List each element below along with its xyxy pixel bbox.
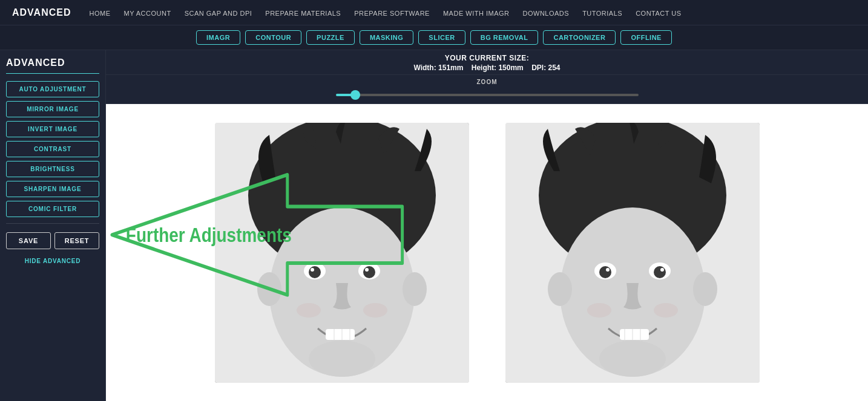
svg-rect-27 <box>620 329 649 340</box>
nav-link-home[interactable]: HOME <box>89 10 110 17</box>
dpi-label: DPI: <box>531 64 546 72</box>
tab-offline[interactable]: OFFLINE <box>620 30 672 45</box>
sidebar-btn-comic-filter[interactable]: COMIC FILTER <box>6 201 99 217</box>
tab-bg-removal[interactable]: BG REMOVAL <box>470 30 539 45</box>
size-values: Width: 151mm Height: 150mm DPI: 254 <box>106 64 868 72</box>
image-right <box>505 123 760 383</box>
sidebar: ADVANCED AUTO ADJUSTMENTMIRROR IMAGEINVE… <box>0 50 106 401</box>
content-area: YOUR CURRENT SIZE: Width: 151mm Height: … <box>106 50 868 401</box>
sidebar-btn-invert-image[interactable]: INVERT IMAGE <box>6 121 99 137</box>
nav-link-contact[interactable]: CONTACT US <box>636 10 682 17</box>
image-left <box>215 123 469 383</box>
image-pair <box>106 104 868 401</box>
sidebar-btn-sharpen-image[interactable]: SHARPEN IMAGE <box>6 181 99 197</box>
size-title: YOUR CURRENT SIZE: <box>106 54 868 62</box>
svg-point-6 <box>363 266 375 278</box>
svg-point-14 <box>363 303 387 318</box>
svg-point-15 <box>309 341 375 377</box>
sidebar-btn-contrast[interactable]: CONTRAST <box>6 141 99 157</box>
save-button[interactable]: SAVE <box>6 232 51 249</box>
face-svg-right <box>505 123 760 383</box>
width-value: 151mm <box>438 64 463 72</box>
action-buttons: SAVERESET <box>6 232 99 249</box>
svg-point-16 <box>257 272 281 306</box>
nav-link-my-account[interactable]: MY ACCOUNT <box>123 10 171 17</box>
height-label: Height: <box>472 64 496 72</box>
hide-advanced-button[interactable]: HIDE ADVANCED <box>6 258 99 264</box>
height-value: 150mm <box>498 64 523 72</box>
face-svg-left <box>215 123 469 383</box>
tool-tabs-bar: IMAGRCONTOURPUZZLEMASKINGSLICERBG REMOVA… <box>0 25 868 50</box>
tab-slicer[interactable]: SLICER <box>418 30 465 45</box>
sidebar-btn-mirror-image[interactable]: MIRROR IMAGE <box>6 101 99 117</box>
svg-point-17 <box>403 272 427 306</box>
zoom-bar: ZOOM <box>106 75 868 104</box>
sidebar-title: ADVANCED <box>6 57 99 74</box>
nav-links-list: HOMEMY ACCOUNTSCAN GAP AND DPIPREPARE MA… <box>89 7 681 18</box>
sidebar-divider <box>6 223 99 224</box>
sidebar-btn-auto-adjustment[interactable]: AUTO ADJUSTMENT <box>6 81 99 97</box>
svg-point-5 <box>309 266 321 278</box>
main-layout: ADVANCED AUTO ADJUSTMENTMIRROR IMAGEINVE… <box>0 50 868 401</box>
zoom-label: ZOOM <box>477 79 498 85</box>
width-label: Width: <box>413 64 436 72</box>
nav-link-prepare-materials[interactable]: PREPARE MATERIALS <box>265 10 341 17</box>
tab-masking[interactable]: MASKING <box>360 30 413 45</box>
image-canvas: Further Adjustments <box>106 104 868 401</box>
nav-link-downloads[interactable]: DOWNLOADS <box>523 10 570 17</box>
tab-contour[interactable]: CONTOUR <box>245 30 301 45</box>
nav-link-prepare-software[interactable]: PREPARE SOFTWARE <box>354 10 430 17</box>
nav-link-scan-gap[interactable]: SCAN GAP AND DPI <box>185 10 252 17</box>
top-navigation: ADVANCED HOMEMY ACCOUNTSCAN GAP AND DPIP… <box>0 0 868 25</box>
zoom-slider-container <box>336 88 639 99</box>
zoom-slider[interactable] <box>336 94 639 96</box>
reset-button[interactable]: RESET <box>54 232 99 249</box>
svg-rect-9 <box>326 329 355 340</box>
tab-puzzle[interactable]: PUZZLE <box>306 30 355 45</box>
svg-point-13 <box>297 303 321 318</box>
sidebar-btn-brightness[interactable]: BRIGHTNESS <box>6 161 99 177</box>
brand-title: ADVANCED <box>12 7 71 18</box>
tab-cartoonizer[interactable]: CARTOONIZER <box>543 30 616 45</box>
size-info-bar: YOUR CURRENT SIZE: Width: 151mm Height: … <box>106 50 868 75</box>
svg-point-7 <box>311 268 314 272</box>
nav-link-made-with[interactable]: MADE WITH IMAGR <box>443 10 510 17</box>
svg-point-8 <box>365 268 369 272</box>
nav-link-tutorials[interactable]: TUTORIALS <box>582 10 622 17</box>
dpi-value: 254 <box>548 64 560 72</box>
tab-imagr[interactable]: IMAGR <box>196 30 240 45</box>
